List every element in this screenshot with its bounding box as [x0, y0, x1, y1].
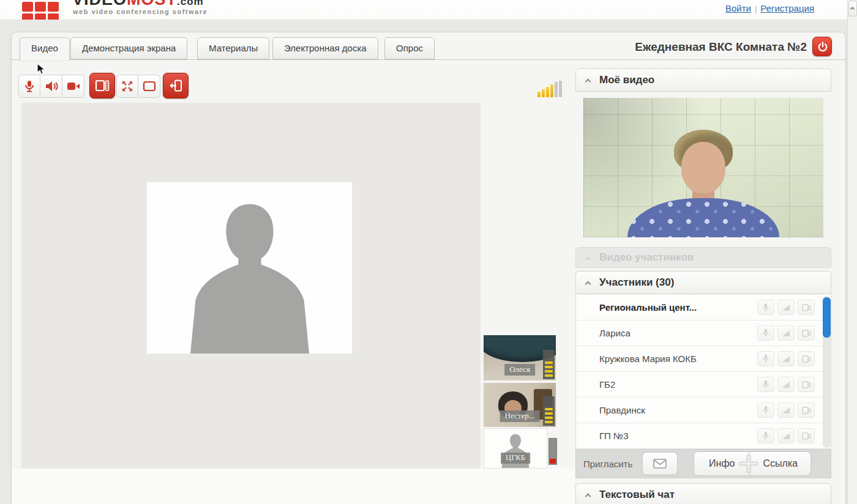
videomost-logo-icon — [22, 0, 66, 15]
participant-video-button[interactable] — [798, 377, 815, 392]
window-mode-button[interactable] — [138, 75, 160, 98]
participant-signal-button[interactable] — [777, 351, 795, 366]
participant-row[interactable]: Кружкова Мария КОКБ — [576, 346, 831, 372]
microphone-button[interactable] — [18, 75, 40, 98]
volume-meter — [543, 350, 555, 379]
person-silhouette-icon — [189, 197, 311, 354]
scroll-up-button[interactable] — [848, 1, 857, 17]
chevron-up-icon — [585, 494, 591, 500]
camera-button[interactable] — [62, 75, 84, 98]
av-controls-group — [18, 75, 84, 98]
view-controls-group — [116, 75, 160, 98]
fullscreen-button[interactable] — [116, 75, 138, 98]
participant-signal-button[interactable] — [777, 300, 795, 315]
video-thumbnail-nester[interactable]: Нестер... — [484, 383, 556, 427]
tab-screen-share[interactable]: Демонстрация экрана — [70, 37, 187, 59]
participant-video-button[interactable] — [798, 351, 815, 366]
volume-meter — [548, 438, 557, 465]
auth-links: Войти|Регистрация — [725, 3, 814, 13]
microphone-icon — [762, 406, 769, 415]
video-icon — [802, 407, 811, 414]
sidebar-footer: Пригласить Инфо Ссылка — [575, 449, 831, 478]
register-link[interactable]: Регистрация — [760, 3, 814, 13]
participant-row[interactable]: Правдинск — [576, 398, 831, 423]
chevron-up-icon — [585, 281, 591, 287]
participant-signal-button[interactable] — [777, 325, 795, 341]
participant-row[interactable]: ГБ2 — [576, 372, 831, 398]
tab-whiteboard[interactable]: Электронная доска — [272, 37, 378, 59]
link-button[interactable]: Ссылка — [750, 451, 811, 476]
tab-poll[interactable]: Опрос — [384, 37, 435, 59]
microphone-icon — [23, 80, 36, 93]
participant-video-button[interactable] — [798, 428, 815, 443]
login-link[interactable]: Войти — [725, 3, 751, 13]
participants-section-header[interactable]: Участники (30) — [575, 271, 831, 294]
participant-row[interactable]: Лариса — [576, 321, 831, 346]
video-icon — [802, 432, 811, 440]
participant-mic-button[interactable] — [757, 300, 774, 315]
participant-signal-button[interactable] — [777, 428, 795, 443]
logo-tagline: web video conferencing software — [73, 8, 208, 15]
microphone-icon — [762, 354, 769, 363]
participant-mic-button[interactable] — [757, 377, 774, 392]
exit-button[interactable] — [163, 73, 189, 98]
video-icon — [802, 330, 811, 337]
invite-label: Пригласить — [583, 459, 632, 469]
stage-lower-area — [12, 469, 575, 504]
video-icon — [802, 355, 811, 363]
invite-email-button[interactable] — [642, 452, 678, 475]
tab-materials[interactable]: Материалы — [197, 37, 269, 59]
volume-meter — [543, 396, 555, 426]
mouse-cursor — [37, 63, 48, 75]
participants-list: Региональный цент... Лариса Кружкова Мар… — [575, 295, 831, 449]
browser-scrollbar[interactable] — [847, 0, 857, 504]
participant-signal-button[interactable] — [777, 377, 795, 392]
main-video-stage — [21, 103, 481, 469]
participant-mic-button[interactable] — [757, 402, 774, 418]
microphone-icon — [762, 380, 769, 389]
signal-icon — [782, 330, 790, 337]
tab-video[interactable]: Видео — [20, 37, 70, 61]
participant-row[interactable]: ГП №3 — [576, 423, 831, 449]
text-chat-section-header[interactable]: Текстовый чат — [575, 483, 831, 504]
plus-icon — [739, 454, 758, 473]
participants-video-section-header[interactable]: Видео участников — [575, 247, 831, 268]
tab-baseline — [11, 59, 846, 60]
envelope-icon — [653, 459, 667, 469]
signal-icon — [782, 381, 790, 388]
active-speaker-video[interactable] — [147, 182, 352, 354]
leave-room-icon — [168, 79, 183, 92]
signal-icon — [782, 355, 790, 363]
sidebar: Моё видео Видео участников Участники (30… — [575, 64, 831, 504]
participant-signal-button[interactable] — [777, 402, 795, 418]
participant-video-button[interactable] — [798, 325, 815, 341]
video-thumbnail-tsgkb[interactable]: ЦГКБ — [484, 428, 547, 469]
info-link-group: Инфо Ссылка — [694, 451, 811, 476]
signal-icon — [782, 407, 790, 414]
participant-mic-button[interactable] — [757, 325, 774, 341]
speaker-button[interactable] — [40, 75, 62, 98]
participants-scrollbar-thumb[interactable] — [823, 297, 831, 338]
microphone-icon — [762, 328, 769, 338]
participant-mic-button[interactable] — [757, 351, 774, 366]
fullscreen-icon — [121, 80, 133, 92]
participant-row[interactable]: Региональный цент... — [576, 295, 831, 321]
window-icon — [143, 81, 156, 92]
site-header: VIDEOMOST.com web video conferencing sof… — [0, 0, 857, 20]
power-icon — [817, 42, 828, 53]
microphone-icon — [762, 303, 769, 312]
chevron-up-icon — [850, 7, 855, 11]
chevron-up-icon — [585, 257, 591, 263]
layout-sidebar-button[interactable] — [89, 73, 115, 98]
participant-video-button[interactable] — [798, 402, 815, 418]
leave-conference-button[interactable] — [812, 37, 832, 56]
participant-video-button[interactable] — [798, 300, 815, 315]
participant-mic-button[interactable] — [757, 428, 774, 443]
connection-signal-indicator — [537, 80, 562, 97]
video-thumbnail-olesya[interactable]: Олеся — [484, 335, 556, 380]
room-title: Ежедневная ВКС Комната №2 — [575, 40, 807, 54]
microphone-icon — [762, 431, 769, 440]
my-video-section-header[interactable]: Моё видео — [575, 69, 831, 92]
speaker-icon — [45, 80, 58, 92]
video-icon — [802, 304, 811, 311]
